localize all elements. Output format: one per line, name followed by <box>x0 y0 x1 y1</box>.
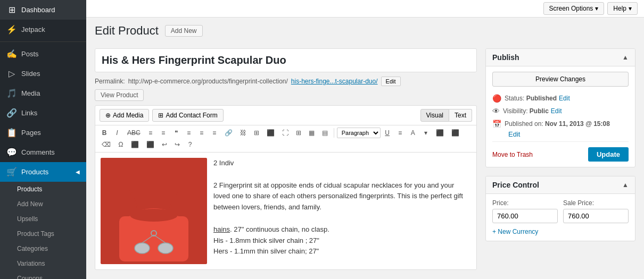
justify-button[interactable]: ≡ <box>394 128 406 138</box>
wp-page-button[interactable]: ▤ <box>319 128 331 138</box>
ol-button[interactable]: ≡ <box>158 128 169 138</box>
price-input[interactable] <box>492 209 558 223</box>
paragraph-format-select[interactable]: Paragraph <box>337 128 381 138</box>
view-product-button[interactable]: View Product <box>95 89 144 101</box>
text-color-down-icon[interactable]: ▾ <box>420 128 432 138</box>
add-new-button[interactable]: Add New <box>165 25 203 37</box>
screen-options-button[interactable]: Screen Options ▾ <box>543 2 605 15</box>
sidebar-item-posts[interactable]: ✍ Posts <box>0 44 86 64</box>
table-button[interactable]: ⊞ <box>293 128 304 138</box>
align-right-button[interactable]: ≡ <box>209 128 220 138</box>
sidebar-item-jetpack[interactable]: ⚡ Jetpack <box>0 20 86 39</box>
sidebar-label-comments: Comments <box>21 148 55 156</box>
sidebar-label-products: Products <box>21 168 48 176</box>
svg-point-7 <box>135 243 150 253</box>
submenu-label-categories: Categories <box>17 245 48 252</box>
published-on-value: Nov 11, 2013 @ 15:08 <box>545 120 610 128</box>
text-color-button[interactable]: A <box>407 128 419 138</box>
visibility-row: 👁 Visibility: Public Edit <box>492 105 629 117</box>
sidebar-item-products[interactable]: 🛒 Products ◀ <box>0 162 86 182</box>
trash-link[interactable]: Move to Trash <box>492 151 533 158</box>
submenu-item-upsells[interactable]: Upsells <box>0 212 86 226</box>
price-control-header[interactable]: Price Control ▲ <box>486 176 635 194</box>
products-icon: 🛒 <box>6 167 17 177</box>
visual-mode-button[interactable]: Visual <box>420 109 449 122</box>
price-label: Price: <box>492 199 558 207</box>
submenu-label-product-tags: Product Tags <box>17 230 54 238</box>
indent-button[interactable]: ⬛ <box>143 139 158 150</box>
sidebar-divider <box>0 41 86 42</box>
submenu-label-variations: Variations <box>17 260 45 267</box>
permalink-bar: Permalink: http://wp-e-commerce.org/prod… <box>95 77 477 86</box>
sidebar-label-links: Links <box>21 109 37 117</box>
price-field: Price: <box>492 199 558 223</box>
add-contact-form-button[interactable]: ⊞ Add Contact Form <box>152 109 223 122</box>
align-left-button[interactable]: ≡ <box>183 128 195 138</box>
submenu-item-coupons[interactable]: Coupons <box>0 271 86 279</box>
fullscreen-button[interactable]: ⛶ <box>279 128 292 138</box>
new-currency-link[interactable]: + New Currency <box>492 228 538 235</box>
comments-icon: 💬 <box>6 147 17 157</box>
submenu-item-variations[interactable]: Variations <box>0 256 86 271</box>
text-mode-button[interactable]: Text <box>449 109 472 122</box>
sidebar-item-comments[interactable]: 💬 Comments <box>0 142 86 162</box>
publish-box-title: Publish <box>492 53 519 62</box>
status-edit-link[interactable]: Edit <box>559 95 570 102</box>
preview-changes-button[interactable]: Preview Changes <box>492 72 629 87</box>
wp-more-button[interactable]: ▦ <box>306 128 318 138</box>
products-arrow-icon: ◀ <box>76 169 80 175</box>
publish-box-header[interactable]: Publish ▲ <box>486 49 635 66</box>
price-toggle-icon: ▲ <box>622 181 629 189</box>
underline-button[interactable]: U <box>382 128 393 138</box>
redo-button[interactable]: ↪ <box>171 139 183 150</box>
submenu-item-categories[interactable]: Categories <box>0 241 86 256</box>
calendar-icon: 📅 <box>492 120 501 128</box>
sidebar-item-slides[interactable]: ▷ Slides <box>0 64 86 83</box>
update-button[interactable]: Update <box>588 147 629 162</box>
blockquote-button[interactable]: ❝ <box>170 128 182 138</box>
sidebar-item-dashboard[interactable]: ⊞ Dashboard <box>0 0 86 20</box>
product-image-svg <box>101 158 207 264</box>
post-title-input[interactable] <box>102 54 470 66</box>
sale-price-input[interactable] <box>563 209 629 223</box>
paste-text-button[interactable]: ⬛ <box>433 128 447 138</box>
sidebar-item-links[interactable]: 🔗 Links <box>0 103 86 123</box>
price-control-title: Price Control <box>492 181 539 189</box>
help-format-button[interactable]: ? <box>184 139 196 150</box>
sidebar-label-jetpack: Jetpack <box>21 26 45 33</box>
toolbar-toggle-button[interactable]: ⬛ <box>263 128 278 138</box>
submenu-item-add-new[interactable]: Add New <box>0 197 86 212</box>
toolbar-separator <box>334 128 334 138</box>
ul-button[interactable]: ≡ <box>145 128 156 138</box>
visibility-edit-link[interactable]: Edit <box>551 107 562 115</box>
paste-word-button[interactable]: ⬛ <box>448 128 463 138</box>
content-line5: Hers - 1.1mm thin silver chain; 27" <box>213 246 471 257</box>
link-button[interactable]: 🔗 <box>221 128 236 138</box>
strikethrough-button[interactable]: ABC <box>124 128 144 138</box>
outdent-button[interactable]: ⬛ <box>128 139 142 150</box>
page-header: Edit Product Add New <box>86 18 644 40</box>
sidebar-item-media[interactable]: 🎵 Media <box>0 83 86 103</box>
add-media-button[interactable]: ⊕ Add Media <box>100 109 149 122</box>
remove-format-button[interactable]: ⌫ <box>98 139 114 150</box>
submenu-item-all-products[interactable]: Products <box>0 182 86 197</box>
unlink-button[interactable]: ⛓ <box>237 128 250 138</box>
insert-more-button[interactable]: ⊞ <box>251 128 262 138</box>
sidebar-label-media: Media <box>21 89 40 97</box>
special-char-button[interactable]: Ω <box>115 139 127 150</box>
permalink-edit-button[interactable]: Edit <box>381 77 401 86</box>
slides-icon: ▷ <box>6 69 17 79</box>
pages-icon: 📋 <box>6 128 17 138</box>
align-center-button[interactable]: ≡ <box>196 128 208 138</box>
sidebar-item-pages[interactable]: 📋 Pages <box>0 123 86 142</box>
submenu-item-product-tags[interactable]: Product Tags <box>0 226 86 241</box>
bold-button[interactable]: B <box>98 128 110 138</box>
italic-button[interactable]: I <box>111 128 123 138</box>
sale-price-label: Sale Price: <box>563 199 629 207</box>
media-icon: 🎵 <box>6 88 17 98</box>
permalink-slug: his-hers-finge...t-scapular-duo/ <box>291 78 378 85</box>
undo-button[interactable]: ↩ <box>159 139 170 150</box>
published-on-edit-link[interactable]: Edit <box>508 130 520 138</box>
help-button[interactable]: Help ▾ <box>607 2 638 15</box>
content-area: Permalink: http://wp-e-commerce.org/prod… <box>86 40 644 278</box>
